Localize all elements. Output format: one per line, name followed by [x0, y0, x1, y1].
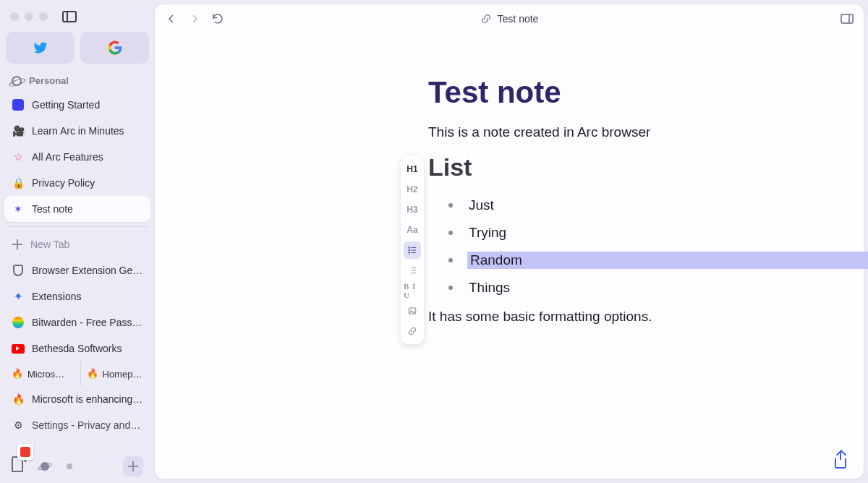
tab-label: Bethesda Softworks	[32, 343, 122, 354]
format-image-button[interactable]	[404, 302, 421, 320]
tab-microsoft-enhancing[interactable]: 🔥 Microsoft is enhancing…	[4, 386, 150, 412]
lock-icon: 🔒	[12, 176, 25, 189]
format-biu-button[interactable]: B I U	[404, 282, 421, 299]
app-window: Personal Getting Started 🎥 Learn Arc in …	[0, 0, 868, 483]
plus-icon	[127, 461, 139, 472]
quick-launch-row	[4, 29, 150, 71]
traffic-lights[interactable]	[10, 12, 48, 21]
fire-icon: 🔥	[12, 393, 25, 406]
quick-google[interactable]	[80, 32, 149, 64]
gear-icon: ⚙	[12, 419, 25, 432]
format-bullet-list-button[interactable]	[404, 241, 421, 259]
list-item[interactable]: Just	[428, 192, 868, 219]
space-name: Personal	[29, 75, 69, 86]
plus-icon	[12, 239, 23, 250]
sidebar-item-label: Learn Arc in Minutes	[32, 125, 124, 137]
main-pane: Test note H1 H2 H3 Aa B I U	[155, 0, 868, 483]
note-paragraph[interactable]: It has some basic formatting options.	[428, 309, 868, 325]
note-icon: ✶	[12, 202, 25, 215]
youtube-icon	[12, 342, 25, 355]
link-icon	[407, 326, 417, 336]
shield-icon	[12, 264, 25, 277]
space-indicator-icon[interactable]	[41, 462, 49, 471]
zoom-window-icon[interactable]	[39, 12, 48, 21]
split-panel-icon	[841, 14, 854, 24]
space-dot-icon[interactable]	[67, 463, 72, 469]
note-editor[interactable]: H1 H2 H3 Aa B I U	[155, 33, 864, 479]
list-item[interactable]: Things	[428, 274, 868, 302]
new-tab-button[interactable]: New Tab	[4, 231, 150, 257]
space-label[interactable]: Personal	[4, 71, 150, 92]
note-list[interactable]: Just Trying Random Things	[428, 192, 868, 302]
svg-point-4	[409, 252, 409, 253]
separator	[7, 226, 148, 227]
format-toolbar: H1 H2 H3 Aa B I U	[401, 156, 424, 344]
tab-label: Microsoft is enhancing…	[32, 393, 142, 405]
vivaldi-badge[interactable]	[17, 444, 33, 460]
library-icon[interactable]	[12, 461, 23, 472]
format-h2-button[interactable]: H2	[404, 181, 421, 198]
tab-bethesda[interactable]: Bethesda Softworks	[4, 335, 150, 362]
arrow-left-icon	[165, 12, 178, 25]
sidebar-item-privacy[interactable]: 🔒 Privacy Policy	[4, 170, 150, 196]
arrow-right-icon	[188, 12, 201, 25]
tab-label: Extensions	[32, 291, 81, 302]
split-tab-right[interactable]: 🔥 Homep…	[80, 362, 150, 386]
format-h1-button[interactable]: H1	[404, 161, 421, 178]
toggle-sidebar-icon[interactable]	[62, 11, 77, 22]
format-link-button[interactable]	[404, 322, 421, 340]
google-icon	[108, 40, 122, 55]
vivaldi-icon	[20, 447, 30, 457]
content-toolbar	[155, 4, 864, 33]
svg-point-2	[409, 249, 409, 250]
format-h3-button[interactable]: H3	[404, 201, 421, 218]
note-paragraph[interactable]: This is a note created in Arc browser	[428, 124, 868, 140]
format-numbered-list-button[interactable]	[404, 262, 421, 279]
planet-icon	[12, 76, 22, 86]
split-tab-left[interactable]: 🔥 Micros…	[6, 362, 75, 386]
sidebar-item-label: Test note	[32, 203, 73, 215]
square-icon	[12, 98, 25, 111]
split-label: Micros…	[27, 369, 64, 380]
sidebar-item-learn-arc[interactable]: 🎥 Learn Arc in Minutes	[4, 118, 150, 144]
format-body-button[interactable]: Aa	[404, 221, 421, 239]
video-icon: 🎥	[12, 124, 25, 137]
sidebar-item-label: All Arc Features	[32, 151, 103, 163]
share-button[interactable]	[835, 453, 851, 469]
tab-extensions[interactable]: ✦ Extensions	[4, 283, 150, 309]
titlebar	[4, 4, 150, 29]
bitwarden-icon	[12, 316, 25, 329]
back-button[interactable]	[165, 12, 178, 25]
sidebar-item-all-features[interactable]: ☆ All Arc Features	[4, 144, 150, 170]
sidebar: Personal Getting Started 🎥 Learn Arc in …	[0, 0, 155, 483]
twitter-icon	[33, 40, 48, 55]
tab-browser-extension[interactable]: Browser Extension Getti…	[4, 257, 150, 283]
sidebar-item-test-note[interactable]: ✶ Test note	[4, 196, 150, 222]
quick-twitter[interactable]	[6, 32, 75, 64]
content-frame: Test note H1 H2 H3 Aa B I U	[155, 4, 864, 479]
sidebar-item-getting-started[interactable]: Getting Started	[4, 92, 150, 118]
fire-icon: 🔥	[12, 368, 23, 380]
forward-button[interactable]	[188, 12, 201, 25]
tab-label: Settings - Privacy and s…	[32, 419, 143, 431]
note-heading[interactable]: List	[428, 153, 868, 181]
tab-settings-privacy[interactable]: ⚙ Settings - Privacy and s…	[4, 412, 150, 438]
list-item[interactable]: Trying	[428, 219, 868, 247]
tab-label: Bitwarden - Free Passw…	[32, 317, 143, 328]
minimize-window-icon[interactable]	[25, 12, 33, 21]
note-content[interactable]: Test note This is a note created in Arc …	[428, 75, 868, 338]
sidebar-item-label: Getting Started	[32, 99, 100, 111]
split-label: Homep…	[103, 369, 142, 380]
note-title[interactable]: Test note	[428, 75, 868, 110]
svg-point-0	[409, 247, 409, 248]
reload-button[interactable]	[211, 12, 224, 25]
split-view-row: 🔥 Micros… 🔥 Homep…	[4, 362, 150, 386]
star-icon: ☆	[12, 150, 25, 163]
fire-icon: 🔥	[87, 368, 98, 380]
split-view-button[interactable]	[841, 12, 854, 25]
close-window-icon[interactable]	[10, 12, 19, 21]
list-item-selected[interactable]: Random	[428, 247, 868, 274]
tab-label: Browser Extension Getti…	[32, 265, 143, 276]
tab-bitwarden[interactable]: Bitwarden - Free Passw…	[4, 309, 150, 335]
add-button[interactable]	[123, 456, 143, 476]
